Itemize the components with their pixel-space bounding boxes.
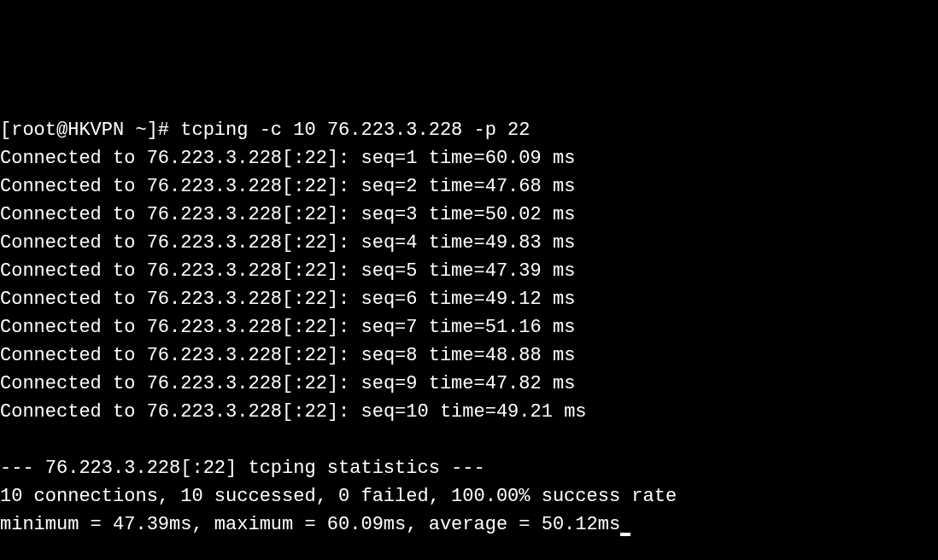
- result-unit: ms: [553, 373, 575, 394]
- result-line: Connected to 76.223.3.228[:22]: seq=10 t…: [0, 398, 938, 426]
- result-prefix: Connected to: [0, 148, 135, 169]
- prompt-line[interactable]: [root@HKVPN ~]# tcping -c 10 76.223.3.22…: [0, 116, 938, 144]
- result-prefix: Connected to: [0, 373, 135, 394]
- result-line: Connected to 76.223.3.228[:22]: seq=6 ti…: [0, 285, 938, 313]
- result-line: Connected to 76.223.3.228[:22]: seq=1 ti…: [0, 144, 938, 172]
- result-time: time=47.68: [429, 176, 542, 197]
- stats-timing-line: minimum = 47.39ms, maximum = 60.09ms, av…: [0, 510, 938, 539]
- result-prefix: Connected to: [0, 176, 135, 197]
- result-time: time=50.02: [429, 204, 542, 225]
- result-line: Connected to 76.223.3.228[:22]: seq=4 ti…: [0, 229, 938, 257]
- result-addr: 76.223.3.228[:22]:: [147, 373, 350, 394]
- terminal-output: [root@HKVPN ~]# tcping -c 10 76.223.3.22…: [0, 116, 938, 539]
- stats-summary: 10 connections, 10 successed, 0 failed, …: [0, 482, 938, 510]
- result-unit: ms: [553, 345, 575, 366]
- result-line: Connected to 76.223.3.228[:22]: seq=5 ti…: [0, 257, 938, 285]
- result-time: time=49.12: [429, 289, 542, 310]
- result-time: time=48.88: [429, 345, 542, 366]
- result-line: Connected to 76.223.3.228[:22]: seq=7 ti…: [0, 313, 938, 341]
- result-unit: ms: [553, 176, 575, 197]
- result-time: time=49.83: [429, 232, 542, 254]
- blank-line: [0, 426, 938, 454]
- result-time: time=60.09: [429, 148, 542, 169]
- result-time: time=49.21: [440, 401, 553, 423]
- result-unit: ms: [553, 232, 575, 254]
- result-time: time=51.16: [429, 317, 542, 338]
- result-addr: 76.223.3.228[:22]:: [147, 401, 350, 423]
- result-addr: 76.223.3.228[:22]:: [147, 260, 350, 282]
- result-time: time=47.39: [429, 260, 542, 282]
- result-prefix: Connected to: [0, 232, 135, 254]
- result-unit: ms: [553, 260, 575, 282]
- result-seq: seq=1: [361, 148, 417, 169]
- result-unit: ms: [564, 401, 586, 423]
- cursor-icon: [620, 533, 630, 536]
- result-unit: ms: [553, 204, 575, 225]
- result-seq: seq=8: [361, 345, 417, 366]
- prompt-user-host: [root@HKVPN ~]#: [0, 120, 169, 141]
- result-addr: 76.223.3.228[:22]:: [147, 176, 350, 197]
- stats-timing: minimum = 47.39ms, maximum = 60.09ms, av…: [0, 514, 620, 535]
- result-unit: ms: [553, 317, 575, 338]
- result-time: time=47.82: [429, 373, 542, 394]
- result-addr: 76.223.3.228[:22]:: [147, 148, 350, 169]
- result-addr: 76.223.3.228[:22]:: [147, 317, 350, 338]
- result-seq: seq=4: [361, 232, 417, 254]
- result-unit: ms: [553, 148, 575, 169]
- result-prefix: Connected to: [0, 260, 135, 282]
- result-line: Connected to 76.223.3.228[:22]: seq=2 ti…: [0, 172, 938, 201]
- result-prefix: Connected to: [0, 204, 135, 225]
- result-addr: 76.223.3.228[:22]:: [147, 232, 350, 254]
- stats-header: --- 76.223.3.228[:22] tcping statistics …: [0, 454, 938, 482]
- result-seq: seq=10: [361, 401, 428, 423]
- result-seq: seq=2: [361, 176, 417, 197]
- result-addr: 76.223.3.228[:22]:: [147, 289, 350, 310]
- result-unit: ms: [553, 289, 575, 310]
- result-seq: seq=5: [361, 260, 417, 282]
- result-seq: seq=7: [361, 317, 417, 338]
- prompt-command: tcping -c 10 76.223.3.228 -p 22: [180, 120, 530, 141]
- result-line: Connected to 76.223.3.228[:22]: seq=3 ti…: [0, 201, 938, 229]
- result-addr: 76.223.3.228[:22]:: [147, 345, 350, 366]
- result-addr: 76.223.3.228[:22]:: [147, 204, 350, 225]
- result-prefix: Connected to: [0, 289, 135, 310]
- result-prefix: Connected to: [0, 317, 135, 338]
- result-prefix: Connected to: [0, 401, 135, 423]
- result-prefix: Connected to: [0, 345, 135, 366]
- result-seq: seq=6: [361, 289, 417, 310]
- result-line: Connected to 76.223.3.228[:22]: seq=9 ti…: [0, 370, 938, 398]
- result-seq: seq=3: [361, 204, 417, 225]
- result-seq: seq=9: [361, 373, 417, 394]
- result-line: Connected to 76.223.3.228[:22]: seq=8 ti…: [0, 341, 938, 370]
